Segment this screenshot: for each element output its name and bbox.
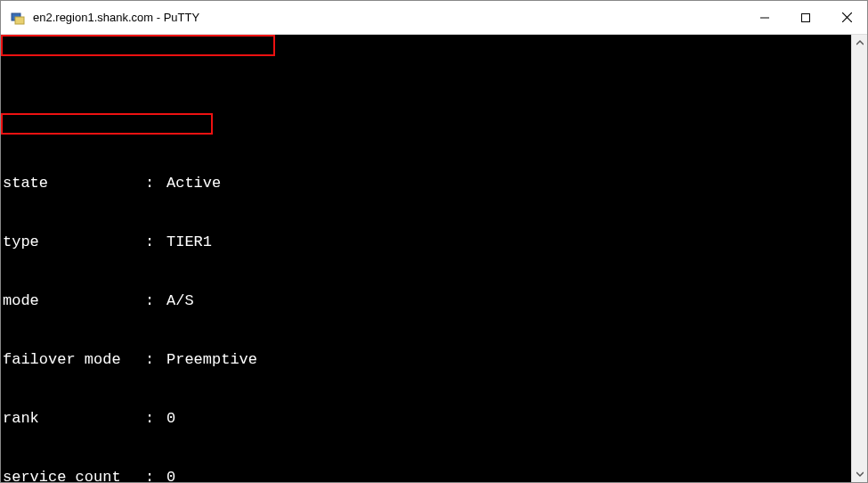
value-type: TIER1 — [166, 233, 212, 252]
scrollbar[interactable] — [851, 35, 867, 482]
value-rank: 0 — [166, 409, 175, 429]
maximize-button[interactable] — [785, 1, 826, 34]
colon: : — [145, 409, 166, 429]
label-type: type — [3, 233, 145, 252]
terminal[interactable]: state: Active type: TIER1 mode: A/S fail… — [1, 35, 851, 482]
putty-icon — [10, 10, 26, 26]
scroll-down-icon[interactable] — [852, 466, 867, 482]
value-failover-mode: Preemptive — [166, 350, 257, 370]
titlebar[interactable]: en2.region1.shank.com - PuTTY — [1, 1, 867, 35]
svg-rect-1 — [15, 17, 24, 24]
scroll-up-icon[interactable] — [852, 35, 867, 51]
window-buttons — [744, 1, 867, 34]
client-area: state: Active type: TIER1 mode: A/S fail… — [1, 35, 867, 482]
label-failover-mode: failover mode — [3, 350, 145, 370]
row-state: state: Active — [3, 174, 849, 193]
putty-window: en2.region1.shank.com - PuTTY state: Act… — [0, 0, 868, 483]
label-rank: rank — [3, 409, 145, 429]
svg-rect-3 — [802, 13, 810, 21]
label-service-count: service count — [3, 468, 145, 482]
row-type: type: TIER1 — [3, 233, 849, 252]
value-state: Active — [166, 174, 221, 193]
close-button[interactable] — [826, 1, 867, 34]
value-service-count: 0 — [166, 468, 175, 482]
row-mode: mode: A/S — [3, 291, 849, 311]
label-state: state — [3, 174, 145, 193]
colon: : — [145, 291, 166, 311]
minimize-button[interactable] — [744, 1, 785, 34]
highlight-state — [1, 35, 275, 56]
svg-line-4 — [842, 12, 852, 22]
colon: : — [145, 174, 166, 193]
value-mode: A/S — [166, 291, 194, 311]
scrollbar-track[interactable] — [852, 51, 867, 466]
label-mode: mode — [3, 291, 145, 311]
row-rank: rank: 0 — [3, 409, 849, 429]
colon: : — [145, 233, 166, 252]
colon: : — [145, 468, 166, 482]
highlight-rank — [1, 113, 213, 135]
row-service-count: service count: 0 — [3, 468, 849, 482]
window-title: en2.region1.shank.com - PuTTY — [33, 11, 744, 24]
svg-line-5 — [842, 12, 852, 22]
row-failover-mode: failover mode: Preemptive — [3, 350, 849, 370]
colon: : — [145, 350, 166, 370]
